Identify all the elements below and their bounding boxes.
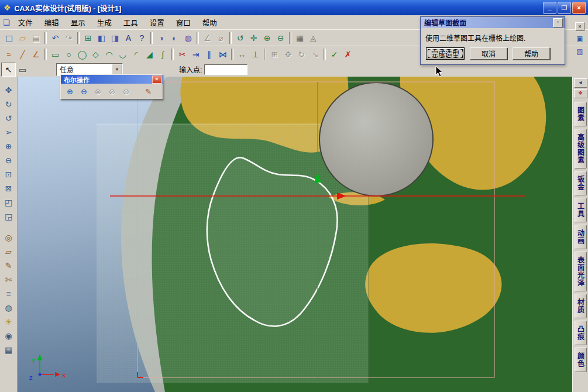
- point-input[interactable]: [204, 64, 247, 75]
- pan-icon[interactable]: ✥: [2, 84, 16, 97]
- target-point-icon[interactable]: ◎: [2, 231, 16, 244]
- sketch-curve-icon[interactable]: ≈: [2, 48, 16, 61]
- docked-icon-1[interactable]: ▣: [574, 33, 586, 44]
- measure-angle-icon[interactable]: ∠: [201, 32, 214, 44]
- tab-animation[interactable]: 动画: [575, 225, 587, 249]
- bool-subtract-icon[interactable]: ⊖: [77, 85, 91, 97]
- bool-union-icon[interactable]: ⊕: [63, 85, 77, 97]
- bool-split-icon[interactable]: ⊙: [119, 85, 133, 97]
- menu-tools[interactable]: 工具: [118, 15, 144, 30]
- material-ball-icon[interactable]: ◍: [2, 301, 16, 314]
- finish-shape-button[interactable]: 完成造型: [426, 47, 465, 60]
- walk-icon[interactable]: ➢: [2, 126, 16, 139]
- rectangle-tool-icon[interactable]: ▭: [49, 48, 62, 61]
- menu-view[interactable]: 显示: [65, 15, 91, 30]
- minimize-button[interactable]: _: [543, 2, 556, 14]
- render-mode-icon-3[interactable]: ◍: [181, 32, 195, 44]
- context-help-icon[interactable]: ?: [135, 32, 149, 44]
- snap-icon[interactable]: ◬: [307, 32, 320, 44]
- font-icon[interactable]: A: [122, 32, 135, 44]
- chevron-down-icon[interactable]: ▼: [112, 64, 122, 75]
- open-icon[interactable]: ▱: [16, 32, 29, 44]
- cancel-icon[interactable]: ✗: [341, 48, 355, 61]
- wireframe-view-icon[interactable]: ◨: [108, 32, 122, 44]
- camera-icon[interactable]: ◉: [2, 329, 16, 342]
- shaded-view-icon[interactable]: ◧: [95, 32, 108, 44]
- rotate-view-icon[interactable]: ↺: [233, 32, 247, 44]
- fit-view-icon[interactable]: ⊠: [2, 182, 16, 195]
- menu-generate[interactable]: 生成: [91, 15, 118, 30]
- front-view-icon[interactable]: ◰: [2, 196, 16, 209]
- menu-settings[interactable]: 设置: [144, 15, 170, 30]
- menu-help[interactable]: 帮助: [197, 15, 223, 30]
- draw-icon[interactable]: ✎: [2, 259, 16, 272]
- sketch-plane-icon[interactable]: ▱: [2, 245, 16, 258]
- new-icon[interactable]: ▢: [2, 32, 16, 44]
- iso-view-icon[interactable]: ◲: [2, 210, 16, 223]
- zoom-out-icon[interactable]: ⊖: [274, 32, 287, 44]
- grid-toggle-icon[interactable]: ▦: [2, 343, 16, 356]
- toolbar-close-icon[interactable]: ×: [575, 22, 584, 31]
- menu-edit[interactable]: 编辑: [39, 15, 65, 30]
- zoom-window-icon[interactable]: ⊡: [2, 168, 16, 181]
- layers-icon[interactable]: ≡: [2, 287, 16, 300]
- menu-file[interactable]: 文件: [12, 15, 39, 30]
- render-mode-icon-2[interactable]: ◐: [168, 32, 181, 44]
- tab-color[interactable]: 颜色: [575, 348, 587, 372]
- tab-surface-finish[interactable]: 表面光泽: [575, 252, 587, 291]
- zoom-view-out-icon[interactable]: ⊖: [2, 154, 16, 167]
- help-button[interactable]: 帮助: [513, 47, 550, 60]
- rotate-tool-icon[interactable]: ↻: [295, 48, 308, 61]
- chamfer-tool-icon[interactable]: ◢: [143, 48, 156, 61]
- panel-collapse-icon[interactable]: ◄: [574, 78, 587, 88]
- tab-bump[interactable]: 凸痕: [575, 321, 587, 345]
- tab-advanced-elements[interactable]: 高级图素: [575, 129, 587, 169]
- polygon-tool-icon[interactable]: ◇: [89, 48, 102, 61]
- constraint-tool-icon[interactable]: ⊥: [249, 48, 262, 61]
- select-arrow-icon[interactable]: ↖: [1, 63, 16, 77]
- bool-intersect-icon[interactable]: ⊗: [91, 85, 105, 97]
- dimension-tool-icon[interactable]: ↔: [235, 48, 249, 61]
- array-tool-icon[interactable]: ⊞: [268, 48, 281, 61]
- tab-material[interactable]: 材质: [575, 294, 587, 318]
- sketch-line-icon[interactable]: ╱: [16, 48, 29, 61]
- viewport[interactable]: X Y Z: [18, 77, 572, 392]
- arc-tool-icon[interactable]: ◠: [102, 48, 116, 61]
- fillet-tool-icon[interactable]: ◜: [129, 48, 143, 61]
- tab-sheet-metal[interactable]: 钣金: [575, 171, 587, 195]
- tab-tools[interactable]: 工具: [575, 198, 587, 222]
- trim-tool-icon[interactable]: ✂: [176, 48, 189, 61]
- erase-icon[interactable]: ✄: [2, 273, 16, 286]
- dialog-titlebar[interactable]: 编辑草图截面 ▫: [421, 17, 565, 28]
- circle-tool-icon[interactable]: ○: [62, 48, 75, 61]
- arc3-tool-icon[interactable]: ◡: [116, 48, 129, 61]
- select-box-icon[interactable]: ▭: [16, 63, 29, 76]
- docked-icon-2[interactable]: ▨: [574, 46, 586, 57]
- scale-tool-icon[interactable]: ↘: [308, 48, 322, 61]
- zoom-in-icon[interactable]: ⊕: [260, 32, 274, 44]
- panel-palette-icon[interactable]: ❖: [574, 89, 587, 98]
- rollup-icon[interactable]: ▫: [553, 18, 563, 27]
- redo-icon[interactable]: ↷: [62, 32, 75, 44]
- bool-edit-icon[interactable]: ✎: [142, 85, 155, 97]
- zoom-view-in-icon[interactable]: ⊕: [2, 140, 16, 153]
- save-icon[interactable]: ▤: [29, 32, 43, 44]
- accept-icon[interactable]: ✓: [328, 48, 341, 61]
- offset-tool-icon[interactable]: ∥: [202, 48, 216, 61]
- move-tool-icon[interactable]: ✥: [281, 48, 295, 61]
- grid-icon[interactable]: ▦: [293, 32, 307, 44]
- mirror-tool-icon[interactable]: ⋈: [216, 48, 229, 61]
- design-tree-icon[interactable]: ⊞: [81, 32, 95, 44]
- tab-elements[interactable]: 图素: [575, 102, 587, 126]
- undo-icon[interactable]: ↶: [49, 32, 62, 44]
- orbit-icon[interactable]: ↻: [2, 98, 16, 111]
- cancel-button[interactable]: 取消: [470, 47, 507, 60]
- sketch-angle-icon[interactable]: ∠: [29, 48, 43, 61]
- measure-diameter-icon[interactable]: ⌀: [214, 32, 228, 44]
- light-icon[interactable]: ☀: [2, 315, 16, 328]
- render-mode-icon-1[interactable]: ◑: [154, 32, 168, 44]
- extend-tool-icon[interactable]: ⇥: [189, 48, 202, 61]
- restore-button[interactable]: ❐: [558, 2, 571, 14]
- child-window-icon[interactable]: ❏: [3, 18, 10, 27]
- boolean-toolbar-titlebar[interactable]: 布尔操作 ×: [61, 75, 163, 84]
